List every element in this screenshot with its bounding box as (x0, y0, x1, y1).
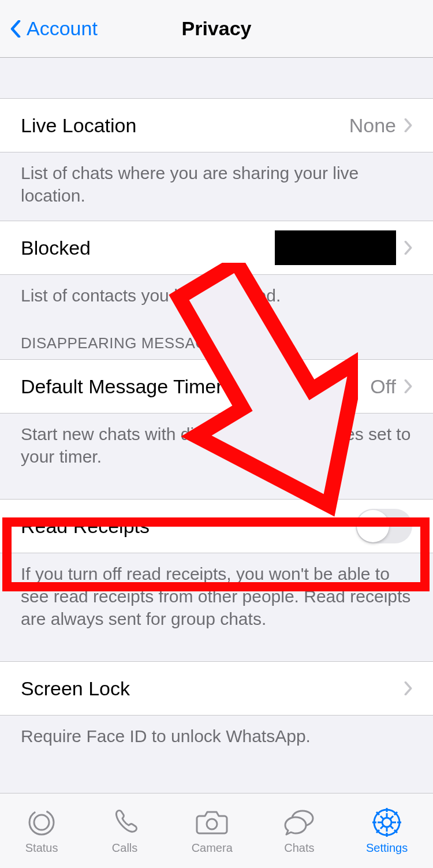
svg-line-21 (380, 826, 383, 829)
row-desc: Start new chats with disappearing messag… (0, 413, 433, 482)
row-right (275, 230, 412, 265)
row-desc: Require Face ID to unlock WhatsApp. (0, 716, 433, 761)
tab-bar: Status Calls Camera Chats (0, 793, 433, 868)
svg-point-3 (207, 819, 217, 829)
chat-icon (283, 807, 315, 838)
tab-chats[interactable]: Chats (283, 807, 315, 855)
status-icon (25, 807, 58, 838)
row-right: None (349, 114, 412, 137)
row-desc: List of contacts you have blocked. (0, 275, 433, 321)
chevron-right-icon (404, 118, 412, 132)
row-screen-lock[interactable]: Screen Lock (0, 661, 433, 716)
row-live-location[interactable]: Live Location None (0, 98, 433, 152)
svg-line-19 (380, 816, 383, 819)
toggle-knob (357, 510, 389, 542)
row-value: Off (370, 375, 396, 398)
gear-icon (371, 807, 403, 838)
row-blocked[interactable]: Blocked (0, 221, 433, 275)
tab-label: Status (25, 841, 58, 855)
svg-line-20 (390, 826, 393, 829)
row-desc: List of chats where you are sharing your… (0, 152, 433, 221)
tab-label: Calls (112, 841, 137, 855)
row-label: Screen Lock (21, 677, 130, 700)
row-right (404, 681, 412, 695)
svg-line-22 (390, 816, 393, 819)
group-header-disappearing: DISAPPEARING MESSAGES (0, 321, 433, 359)
back-label: Account (27, 17, 98, 40)
page-title: Privacy (182, 17, 252, 40)
row-right (356, 509, 412, 543)
tab-label: Chats (284, 841, 314, 855)
tab-label: Camera (192, 841, 233, 855)
svg-point-1 (29, 810, 54, 835)
row-default-message-timer[interactable]: Default Message Timer Off (0, 359, 433, 413)
row-right: Off (370, 375, 412, 398)
tab-settings[interactable]: Settings (366, 807, 408, 855)
spacer (0, 58, 433, 98)
tab-label: Settings (366, 841, 408, 855)
row-value: None (349, 114, 396, 137)
chevron-right-icon (404, 681, 412, 695)
row-label: Default Message Timer (21, 375, 223, 398)
back-button[interactable]: Account (0, 17, 98, 40)
tab-calls[interactable]: Calls (109, 807, 141, 855)
row-read-receipts[interactable]: Read Receipts (0, 499, 433, 553)
tab-status[interactable]: Status (25, 807, 58, 855)
read-receipts-toggle[interactable] (356, 509, 412, 543)
chevron-right-icon (404, 379, 412, 393)
tab-camera[interactable]: Camera (192, 807, 233, 855)
redacted-value (275, 230, 396, 265)
chevron-left-icon (10, 20, 21, 38)
nav-header: Account Privacy (0, 0, 433, 58)
row-label: Blocked (21, 237, 91, 259)
svg-point-2 (34, 815, 49, 830)
row-label: Read Receipts (21, 515, 150, 538)
row-label: Live Location (21, 114, 136, 137)
phone-icon (109, 807, 141, 838)
row-desc: If you turn off read receipts, you won't… (0, 553, 433, 644)
chevron-right-icon (404, 241, 412, 255)
camera-icon (196, 807, 228, 838)
svg-point-14 (382, 818, 391, 827)
